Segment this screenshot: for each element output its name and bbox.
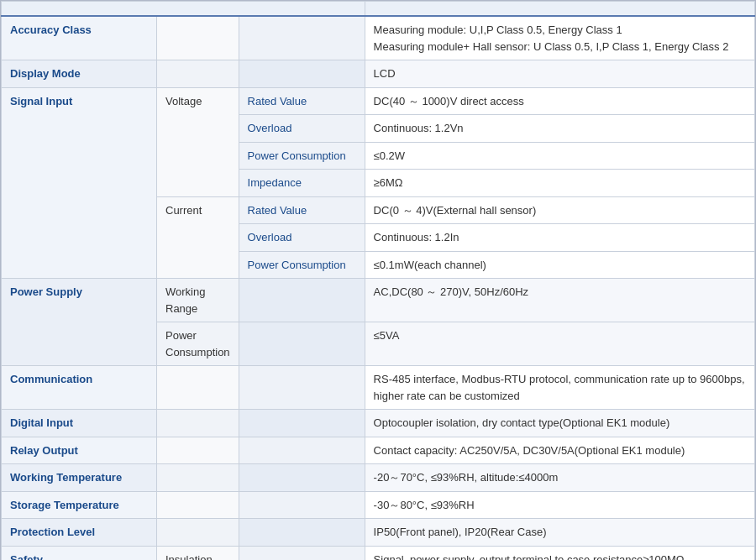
item-cell: Working Temperature: [2, 464, 157, 492]
sub2-cell: [239, 279, 365, 322]
table-row: Digital InputOptocoupler isolation, dry …: [2, 410, 755, 437]
sub2-cell: [239, 410, 365, 437]
param-cell: -20～70°C, ≤93%RH, altitude:≤4000m: [365, 464, 754, 492]
sub1-cell: [157, 437, 239, 464]
table-row: Protection LevelIP50(Front panel), IP20(…: [2, 519, 755, 547]
sub2-cell: [239, 546, 365, 560]
table-row: Power SupplyWorking RangeAC,DC(80 ～ 270)…: [2, 279, 755, 322]
sub1-cell: [157, 410, 239, 437]
sub1-cell: [157, 16, 239, 60]
sub2-cell: [239, 437, 365, 464]
sub2-cell: Rated Value: [239, 196, 365, 224]
param-cell: Measuring module: U,I,P Class 0.5, Energ…: [365, 16, 754, 60]
item-cell: Protection Level: [2, 519, 157, 547]
item-cell: Safety: [2, 546, 157, 560]
sub1-cell: Working Range: [157, 279, 239, 322]
param-cell: AC,DC(80 ～ 270)V, 50Hz/60Hz: [365, 279, 754, 322]
sub1-cell: [157, 366, 239, 410]
sub2-cell: Rated Value: [239, 87, 365, 115]
param-cell: -30～80°C, ≤93%RH: [365, 491, 754, 519]
table-header: [2, 2, 755, 17]
sub2-cell: [239, 60, 365, 88]
item-cell: Storage Temperature: [2, 491, 157, 519]
item-cell: Digital Input: [2, 410, 157, 437]
param-cell: IP50(Front panel), IP20(Rear Case): [365, 519, 754, 547]
sub2-cell: [239, 366, 365, 410]
table-row: Storage Temperature-30～80°C, ≤93%RH: [2, 491, 755, 519]
item-cell: Display Mode: [2, 60, 157, 88]
param-cell: ≤0.1mW(each channel): [365, 251, 754, 279]
sub2-cell: Power Consumption: [239, 142, 365, 170]
table-row: Signal InputVoltageRated ValueDC(40 ～ 10…: [2, 87, 755, 115]
param-cell: Optocoupler isolation, dry contact type(…: [365, 410, 754, 437]
sub2-cell: [239, 16, 365, 60]
header-param: [365, 2, 754, 17]
sub2-cell: Impedance: [239, 170, 365, 197]
item-cell: Power Supply: [2, 279, 157, 366]
item-cell: Accuracy Class: [2, 16, 157, 60]
param-cell: ≤0.2W: [365, 142, 754, 170]
param-cell: LCD: [365, 60, 754, 88]
sub1-cell: Current: [157, 196, 239, 279]
param-cell: Signal, power supply, output terminal to…: [365, 546, 754, 560]
sub2-cell: Overload: [239, 115, 365, 143]
sub2-cell: Power Consumption: [239, 251, 365, 279]
item-cell: Signal Input: [2, 87, 157, 279]
item-cell: Communication: [2, 366, 157, 410]
param-cell: Continuous: 1.2Vn: [365, 115, 754, 143]
sub1-cell: [157, 519, 239, 547]
item-cell: Relay Output: [2, 437, 157, 464]
param-cell: DC(0 ～ 4)V(External hall sensor): [365, 196, 754, 224]
table-row: Working Temperature-20～70°C, ≤93%RH, alt…: [2, 464, 755, 492]
sub2-cell: [239, 464, 365, 492]
table-row: Display ModeLCD: [2, 60, 755, 88]
param-cell: DC(40 ～ 1000)V direct access: [365, 87, 754, 115]
sub1-cell: [157, 464, 239, 492]
sub2-cell: [239, 519, 365, 547]
sub2-cell: [239, 491, 365, 519]
sub2-cell: [239, 322, 365, 366]
table-row: Relay OutputContact capacity: AC250V/5A,…: [2, 437, 755, 464]
table-row: SafetyInsulationSignal, power supply, ou…: [2, 546, 755, 560]
param-cell: Contact capacity: AC250V/5A, DC30V/5A(Op…: [365, 437, 754, 464]
sub1-cell: Power Consumption: [157, 322, 239, 366]
param-cell: Continuous: 1.2In: [365, 224, 754, 252]
sub1-cell: Voltage: [157, 87, 239, 196]
param-cell: RS-485 interface, Modbus-RTU protocol, c…: [365, 366, 754, 410]
spec-table: Accuracy ClassMeasuring module: U,I,P Cl…: [0, 0, 756, 560]
param-cell: ≥6MΩ: [365, 170, 754, 197]
sub2-cell: Overload: [239, 224, 365, 252]
table-row: CommunicationRS-485 interface, Modbus-RT…: [2, 366, 755, 410]
header-item: [2, 2, 365, 17]
table-row: Accuracy ClassMeasuring module: U,I,P Cl…: [2, 16, 755, 60]
sub1-cell: Insulation: [157, 546, 239, 560]
sub1-cell: [157, 491, 239, 519]
sub1-cell: [157, 60, 239, 88]
param-cell: ≤5VA: [365, 322, 754, 366]
